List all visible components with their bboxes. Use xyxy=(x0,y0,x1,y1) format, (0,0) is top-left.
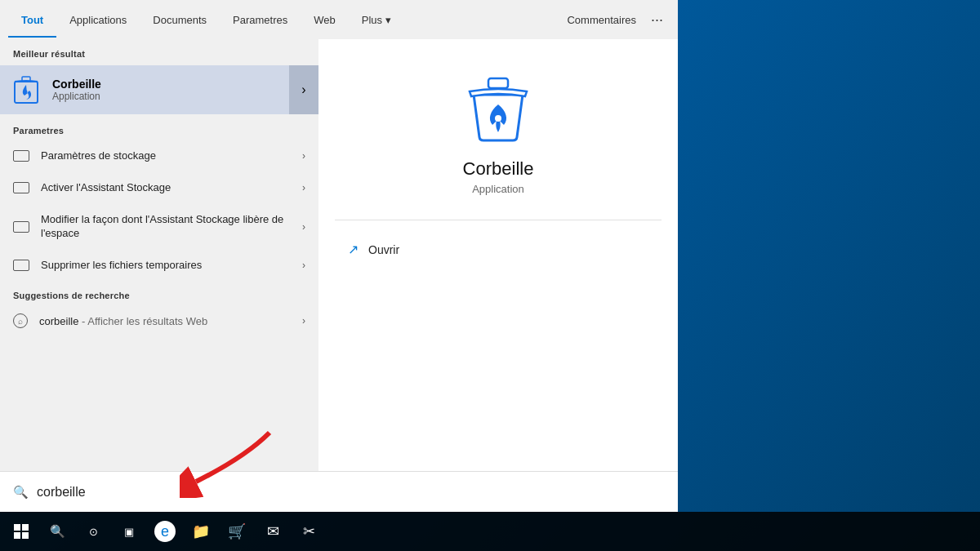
open-label: Ouvrir xyxy=(368,243,399,256)
tab-parametres[interactable]: Parametres xyxy=(220,2,301,38)
assistant-label: Activer l'Assistant Stockage xyxy=(41,181,302,195)
best-result-header: Meilleur résultat xyxy=(0,39,318,64)
windows-logo xyxy=(14,524,29,539)
start-button[interactable] xyxy=(3,513,39,549)
tablet-icon: ▣ xyxy=(124,526,134,538)
mail-icon: ✉ xyxy=(267,522,279,540)
open-icon: ↗ xyxy=(348,242,359,257)
left-panel: Meilleur résultat Corb xyxy=(0,39,318,506)
svg-point-2 xyxy=(25,91,28,93)
tab-plus[interactable]: Plus ▾ xyxy=(349,2,404,38)
tablet-mode-button[interactable]: ▣ xyxy=(111,513,147,549)
chevron-icon-2: › xyxy=(302,221,305,233)
search-bar-container: 🔍 xyxy=(0,471,678,512)
best-result-name: Corbeille xyxy=(52,78,309,91)
desktop: Tout Applications Documents Parametres W… xyxy=(0,0,980,551)
best-result-text: Corbeille Application xyxy=(52,78,309,102)
right-panel: Corbeille Application ↗ Ouvrir xyxy=(318,39,678,506)
snip-icon: ✂ xyxy=(303,522,315,540)
supprimer-icon xyxy=(13,260,29,271)
best-result-item[interactable]: Corbeille Application › xyxy=(0,65,318,114)
suggestion-suffix: - Afficher les résultats Web xyxy=(78,315,207,327)
best-result-arrow[interactable]: › xyxy=(289,65,318,114)
store-button[interactable]: 🛒 xyxy=(219,513,255,549)
suggestion-item-corbeille[interactable]: ⌕ corbeille - Afficher les résultats Web… xyxy=(0,305,318,336)
corbeille-icon xyxy=(10,73,42,106)
folder-icon: 📁 xyxy=(192,522,210,540)
tab-more-options[interactable]: ··· xyxy=(644,0,670,40)
chevron-icon-3: › xyxy=(302,260,305,271)
svg-point-4 xyxy=(495,115,501,122)
tab-commentaires[interactable]: Commentaires xyxy=(559,2,644,38)
tab-documents[interactable]: Documents xyxy=(140,2,220,38)
taskbar-search-icon: 🔍 xyxy=(50,524,65,539)
suggestions-header: Suggestions de recherche xyxy=(0,281,318,305)
tabs-row: Tout Applications Documents Parametres W… xyxy=(0,0,678,39)
right-divider xyxy=(335,220,662,220)
task-view-icon: ⊙ xyxy=(89,526,98,538)
file-explorer-button[interactable]: 📁 xyxy=(183,513,219,549)
modifier-icon xyxy=(13,221,29,233)
right-recycle-icon xyxy=(461,72,535,145)
right-title: Corbeille xyxy=(463,158,534,180)
search-bar-icon: 🔍 xyxy=(13,485,29,500)
tab-applications[interactable]: Applications xyxy=(56,2,140,38)
store-icon: 🛒 xyxy=(228,522,246,540)
mail-button[interactable]: ✉ xyxy=(255,513,291,549)
edge-icon: e xyxy=(154,521,176,542)
list-item-storage[interactable]: Paramètres de stockage › xyxy=(0,140,318,172)
arrow-right-icon: › xyxy=(301,82,305,97)
open-button[interactable]: ↗ Ouvrir xyxy=(335,233,662,265)
snip-button[interactable]: ✂ xyxy=(291,513,327,549)
right-sub: Application xyxy=(472,183,524,195)
storage-icon xyxy=(13,150,29,162)
suggestion-keyword: corbeille xyxy=(39,315,78,327)
suggestion-search-icon: ⌕ xyxy=(13,313,28,328)
search-bar-input[interactable] xyxy=(37,485,665,500)
parametres-header: Parametres xyxy=(0,116,318,140)
svg-rect-3 xyxy=(488,78,508,88)
tab-web[interactable]: Web xyxy=(301,2,349,38)
suggestion-text: corbeille - Afficher les résultats Web xyxy=(39,315,302,327)
taskbar: 🔍 ⊙ ▣ e 📁 🛒 ✉ ✂ xyxy=(0,512,980,551)
chevron-icon-1: › xyxy=(302,182,305,193)
storage-label: Paramètres de stockage xyxy=(41,149,302,163)
list-item-modifier[interactable]: Modifier la façon dont l'Assistant Stock… xyxy=(0,204,318,250)
supprimer-label: Supprimer les fichiers temporaires xyxy=(41,259,302,273)
tab-tout[interactable]: Tout xyxy=(8,2,56,38)
best-result-sub: Application xyxy=(52,91,309,102)
modifier-label: Modifier la façon dont l'Assistant Stock… xyxy=(41,213,302,241)
search-panel: Tout Applications Documents Parametres W… xyxy=(0,0,678,506)
edge-browser-button[interactable]: e xyxy=(147,513,183,549)
chevron-icon-0: › xyxy=(302,150,305,162)
content-area: Meilleur résultat Corb xyxy=(0,39,678,506)
list-item-assistant[interactable]: Activer l'Assistant Stockage › xyxy=(0,172,318,204)
chevron-icon-suggestion: › xyxy=(302,315,305,327)
list-item-supprimer[interactable]: Supprimer les fichiers temporaires › xyxy=(0,250,318,282)
task-view-button[interactable]: ⊙ xyxy=(75,513,111,549)
taskbar-search-button[interactable]: 🔍 xyxy=(39,513,75,549)
assistant-icon xyxy=(13,182,29,193)
